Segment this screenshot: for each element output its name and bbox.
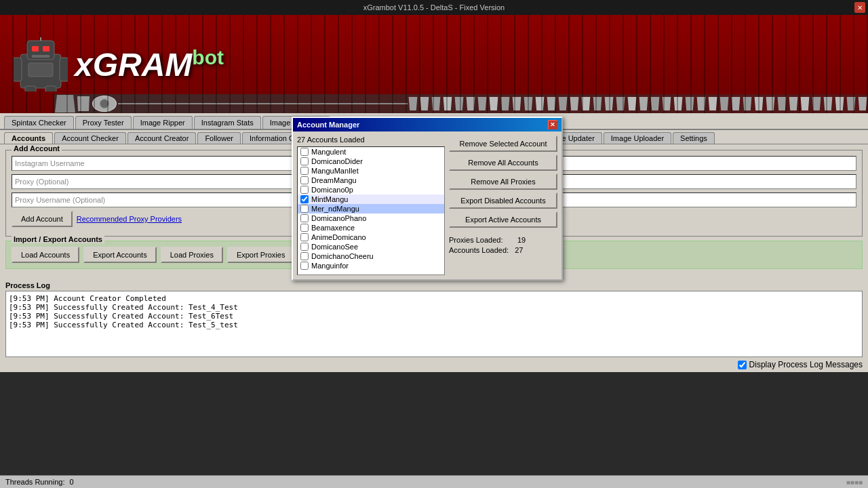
- accounts-loaded-row: Accounts Loaded: 27: [449, 246, 557, 254]
- subtab-account-creator[interactable]: Account Creator: [127, 132, 196, 144]
- threads-label: Threads Running:: [5, 478, 64, 486]
- account-item-11[interactable]: DomichanoCheeru: [298, 251, 444, 261]
- account-checkbox-5[interactable]: [300, 195, 309, 203]
- tab-image-ripper[interactable]: Image Ripper: [133, 116, 193, 129]
- subtab-image-uploader[interactable]: Image Uploader: [604, 132, 671, 144]
- threads-running: Threads Running: 0: [5, 478, 74, 486]
- statusbar: Threads Running: 0 ■■■■: [0, 475, 868, 488]
- account-checkbox-6[interactable]: [300, 205, 309, 213]
- logo-text: xGRAMbot: [75, 47, 224, 81]
- account-name-1: DomicanoDider: [311, 157, 363, 165]
- header-banner: xGRAMbot // Will be rendered statically: [0, 15, 868, 113]
- account-item-4[interactable]: Domicano0p: [298, 185, 444, 195]
- tab-instagram-stats[interactable]: Instagram Stats: [194, 116, 261, 129]
- account-checkbox-4[interactable]: [300, 186, 309, 194]
- log-entry-1: [9:53 PM] Successfully Created Account: …: [9, 303, 859, 312]
- threads-value: 0: [70, 478, 74, 486]
- title-text: xGrambot V11.0.5 - DeltaS - Fixed Versio…: [363, 3, 505, 12]
- svg-rect-11: [45, 86, 56, 92]
- account-item-12[interactable]: Manguinfor: [298, 261, 444, 270]
- svg-rect-4: [32, 55, 50, 58]
- remove-selected-button[interactable]: Remove Selected Account: [449, 136, 557, 152]
- robot-logo-icon: [14, 37, 68, 92]
- statusbar-right: ■■■■: [846, 479, 863, 486]
- account-manager-titlebar: Account Manager ✕: [293, 118, 561, 131]
- account-checkbox-1[interactable]: [300, 157, 309, 165]
- account-name-2: ManguManIlet: [311, 167, 359, 175]
- account-item-9[interactable]: AnimeDomicano: [298, 232, 444, 242]
- svg-rect-9: [60, 58, 68, 81]
- subtab-settings[interactable]: Settings: [673, 132, 715, 144]
- remove-all-proxies-button[interactable]: Remove All Proxies: [449, 174, 557, 190]
- account-checkbox-3[interactable]: [300, 176, 309, 184]
- account-item-0[interactable]: Mangulent: [298, 147, 444, 157]
- account-checkbox-7[interactable]: [300, 214, 309, 222]
- account-item-1[interactable]: DomicanoDider: [298, 157, 444, 166]
- subtab-accounts[interactable]: Accounts: [4, 132, 53, 144]
- account-item-2[interactable]: ManguManIlet: [298, 166, 444, 176]
- loaded-count-label: 27 Accounts Loaded: [297, 136, 445, 144]
- account-checkbox-10[interactable]: [300, 243, 309, 251]
- subtab-follower[interactable]: Follower: [197, 132, 241, 144]
- remove-all-accounts-button[interactable]: Remove All Accounts: [449, 155, 557, 171]
- svg-rect-2: [32, 46, 39, 52]
- account-manager-close[interactable]: ✕: [548, 120, 557, 129]
- log-entry-2: [9:53 PM] Successfully Created Account: …: [9, 312, 859, 321]
- account-listbox[interactable]: Mangulent DomicanoDider ManguManIlet: [297, 146, 445, 275]
- account-item-5[interactable]: MintMangu: [298, 195, 444, 204]
- export-accounts-button[interactable]: Export Accounts: [83, 247, 157, 263]
- export-proxies-button[interactable]: Export Proxies: [227, 247, 295, 263]
- account-stats: Proxies Loaded: 19 Accounts Loaded: 27: [449, 236, 557, 256]
- svg-rect-3: [43, 46, 50, 52]
- close-button[interactable]: ✕: [854, 2, 865, 13]
- account-checkbox-12[interactable]: [300, 262, 309, 270]
- account-manager-window: Account Manager ✕ 27 Accounts Loaded Man…: [292, 117, 563, 281]
- display-log-checkbox[interactable]: [738, 361, 747, 369]
- account-name-8: Beamaxence: [311, 224, 355, 232]
- account-item-6[interactable]: Mer_ndMangu: [298, 204, 444, 214]
- account-manager-title: Account Manager: [297, 121, 359, 129]
- account-item-10[interactable]: DomicanoSee: [298, 242, 444, 251]
- proxy-providers-link[interactable]: Recommended Proxy Providers: [77, 215, 182, 223]
- account-checkbox-8[interactable]: [300, 224, 309, 232]
- account-checkbox-0[interactable]: [300, 148, 309, 156]
- process-log-label: Process Log: [5, 281, 863, 289]
- subtab-account-checker[interactable]: Account Checker: [54, 132, 126, 144]
- account-name-11: DomichanoCheeru: [311, 252, 374, 260]
- export-active-button[interactable]: Export Active Accounts: [449, 211, 557, 228]
- accounts-loaded-label: Accounts Loaded:: [449, 246, 509, 254]
- add-account-button[interactable]: Add Account: [12, 211, 73, 227]
- tab-spintax[interactable]: Spintax Checker: [4, 116, 74, 129]
- add-account-label: Add Account: [12, 144, 62, 152]
- account-item-7[interactable]: DomicanoPhano: [298, 214, 444, 223]
- display-log-label: Display Process Log Messages: [749, 360, 863, 369]
- load-accounts-button[interactable]: Load Accounts: [12, 247, 79, 263]
- account-name-6: Mer_ndMangu: [311, 205, 359, 213]
- account-item-3[interactable]: DreamMangu: [298, 176, 444, 185]
- account-name-12: Manguinfor: [311, 262, 349, 270]
- log-entry-3: [9:53 PM] Successfully Created Account: …: [9, 321, 859, 329]
- account-checkbox-11[interactable]: [300, 252, 309, 260]
- titlebar: xGrambot V11.0.5 - DeltaS - Fixed Versio…: [0, 0, 868, 15]
- import-export-label: Import / Export Accounts: [12, 235, 104, 243]
- export-disabled-button[interactable]: Export Disabled Accounts: [449, 192, 557, 209]
- account-manager-buttons: Remove Selected Account Remove All Accou…: [449, 136, 557, 275]
- account-name-7: DomicanoPhano: [311, 214, 366, 222]
- account-manager-body: 27 Accounts Loaded Mangulent DomicanoDid…: [293, 131, 561, 279]
- process-log-box[interactable]: [9:53 PM] Account Creator Completed [9:5…: [5, 291, 863, 357]
- display-log-row: Display Process Log Messages: [0, 357, 868, 372]
- load-proxies-button[interactable]: Load Proxies: [161, 247, 223, 263]
- account-checkbox-2[interactable]: [300, 167, 309, 175]
- log-entry-0: [9:53 PM] Account Creator Completed: [9, 294, 859, 303]
- account-name-10: DomicanoSee: [311, 243, 358, 251]
- account-name-9: AnimeDomicano: [311, 233, 366, 241]
- account-list-area: 27 Accounts Loaded Mangulent DomicanoDid…: [297, 136, 445, 275]
- proxies-loaded-label: Proxies Loaded:: [449, 236, 503, 244]
- account-item-8[interactable]: Beamaxence: [298, 223, 444, 232]
- tab-proxy-tester[interactable]: Proxy Tester: [75, 116, 132, 129]
- svg-rect-7: [28, 63, 53, 77]
- account-checkbox-9[interactable]: [300, 233, 309, 241]
- svg-rect-10: [25, 86, 36, 92]
- account-name-3: DreamMangu: [311, 176, 357, 184]
- account-name-0: Mangulent: [311, 148, 346, 156]
